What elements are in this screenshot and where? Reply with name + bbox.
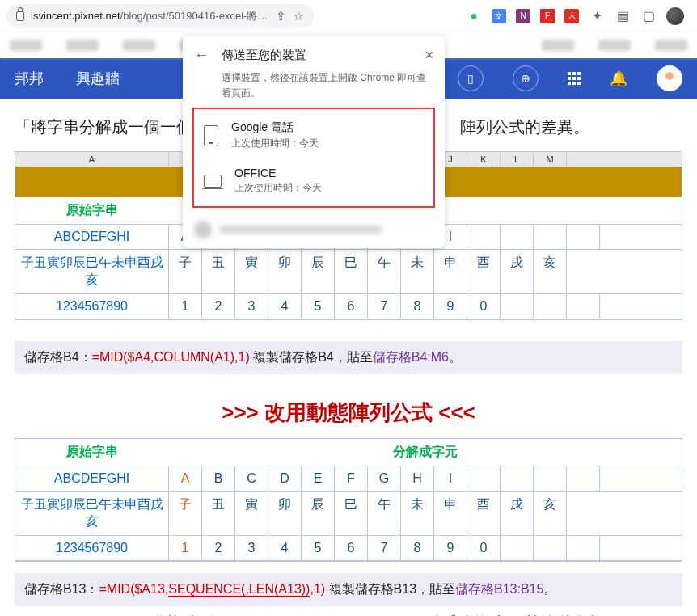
window-icon[interactable]: ▢ [640, 8, 657, 24]
star-icon[interactable]: ☆ [293, 8, 304, 23]
device-sub: 上次使用時間：今天 [231, 137, 319, 150]
formula-2: 儲存格B13：=MID($A13,SEQUENCE(,LEN(A13)),1) … [15, 573, 682, 606]
flipboard-icon[interactable]: F [540, 9, 555, 23]
extensions-icon[interactable]: ✦ [589, 8, 605, 24]
table-row: 子丑寅卯辰巳午未申酉戌亥子丑寅卯辰巳午未申酉戌亥 [15, 491, 682, 535]
onenote-icon[interactable]: N [516, 9, 530, 23]
apps-grid-icon[interactable] [568, 72, 581, 85]
popup-title: 傳送至您的裝置 [222, 48, 306, 63]
reading-list-icon[interactable]: ▤ [615, 8, 631, 24]
device-google-phone[interactable]: Google 電話 上次使用時間：今天 [196, 112, 432, 158]
popup-subtitle: 選擇裝置，然後在該裝置上開啟 Chrome 即可查看頁面。 [183, 70, 445, 101]
search-circle-icon[interactable]: ⊕ [513, 65, 539, 91]
share-icon[interactable]: ⇪ [276, 9, 286, 23]
back-arrow-icon[interactable]: ← [194, 47, 209, 64]
send-to-device-popup: ← 傳送至您的裝置 × 選擇裝置，然後在該裝置上開啟 Chrome 即可查看頁面… [183, 36, 445, 248]
dynamic-array-title: >>> 改用動態陣列公式 <<< [15, 399, 682, 427]
excel-table-2: 原始字串 分解成字元 ABCDEFGHIABCDEFGHI子丑寅卯辰巳午未申酉戌… [15, 438, 682, 562]
bell-icon[interactable]: 🔔 [610, 70, 627, 87]
device-name: Google 電話 [231, 120, 319, 135]
laptop-icon [204, 175, 222, 188]
bottom-labels: 動態陣列 公式會溢出至其他儲存格 [15, 613, 682, 616]
formula-1: 儲存格B4：=MID($A4,COLUMN(A1),1) 複製儲存格B4，貼至儲… [15, 341, 682, 374]
pdf-icon[interactable]: 人 [564, 9, 579, 23]
nav-bangbang[interactable]: 邦邦 [15, 69, 44, 88]
device-sub: 上次使用時間：今天 [234, 181, 322, 195]
user-avatar[interactable] [657, 65, 682, 91]
profile-avatar-icon[interactable] [666, 7, 684, 25]
device-name: OFFICE [234, 167, 322, 179]
device-office[interactable]: OFFICE 上次使用時間：今天 [196, 158, 432, 203]
table-row: 12345678901234567890 [15, 293, 682, 319]
chrome-address-bar: isvincent.pixnet.net/blog/post/50190416-… [0, 0, 697, 32]
table-row: 12345678901234567890 [15, 535, 682, 561]
table-row: ABCDEFGHIABCDEFGHI [15, 466, 682, 491]
phone-icon [204, 125, 218, 146]
nav-interest[interactable]: 興趣牆 [76, 69, 120, 88]
table-row: 子丑寅卯辰巳午未申酉戌亥子丑寅卯辰巳午未申酉戌亥 [15, 249, 682, 293]
url-text: isvincent.pixnet.net/blog/post/50190416-… [31, 9, 269, 23]
subheader-row: 原始字串 分解成字元 [15, 439, 682, 466]
url-box[interactable]: isvincent.pixnet.net/blog/post/50190416-… [6, 4, 314, 28]
evernote-icon[interactable]: ● [466, 8, 482, 24]
popup-footer [183, 213, 445, 242]
bookmark-circle-icon[interactable]: ▯ [458, 65, 484, 91]
lock-icon [16, 11, 24, 21]
close-icon[interactable]: × [425, 47, 433, 64]
translate-icon[interactable]: 文 [492, 9, 506, 23]
device-list: Google 電話 上次使用時間：今天 OFFICE 上次使用時間：今天 [192, 108, 435, 208]
extension-icons: ● 文 N F 人 ✦ ▤ ▢ [466, 7, 691, 25]
